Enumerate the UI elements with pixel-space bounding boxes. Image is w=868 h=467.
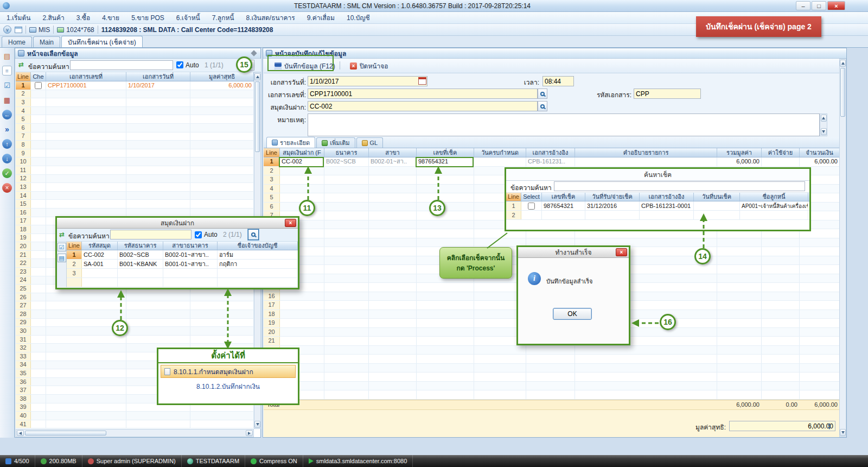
main-vertical-scrollbar[interactable]: [839, 59, 846, 437]
popup-search-button[interactable]: [248, 229, 259, 240]
table-row[interactable]: 27: [16, 301, 254, 310]
scroll-down-button[interactable]: [821, 128, 827, 135]
table-row[interactable]: 9: [16, 149, 254, 158]
table-row[interactable]: 1CC-002B002~SCBB002-01~สาขา..อาร์ม: [67, 250, 298, 260]
table-row[interactable]: 6: [16, 124, 254, 132]
ok-button[interactable]: OK: [553, 308, 592, 320]
tab-2[interactable]: Main: [33, 36, 60, 47]
row-checkbox[interactable]: [35, 82, 42, 89]
cheque-search-input[interactable]: [554, 181, 805, 191]
cancel-icon[interactable]: ×: [2, 183, 12, 193]
doc-no-input[interactable]: [308, 89, 538, 99]
table-row[interactable]: 2SA-001B001~KBANKB001-01~สาขา..กฤติกา: [67, 260, 298, 269]
search-input[interactable]: [70, 60, 173, 70]
table-row[interactable]: 40: [16, 412, 254, 420]
table-row[interactable]: [264, 390, 840, 400]
scroll-up-button[interactable]: [254, 73, 260, 80]
calendar-icon[interactable]: [418, 77, 426, 85]
table-row[interactable]: [264, 373, 840, 382]
up-icon[interactable]: ↑: [2, 139, 12, 149]
table-row[interactable]: 1CPP171000011/10/20176,000.00: [16, 81, 254, 90]
table-row[interactable]: 41: [16, 420, 254, 429]
menu-item[interactable]: 8.เงินสด/ธนาคาร: [246, 12, 295, 23]
table-row[interactable]: 198765432131/12/2016CPB-161231-0001AP001…: [506, 201, 809, 211]
scroll-thumb[interactable]: [840, 68, 845, 117]
book-lookup-button[interactable]: [538, 101, 547, 111]
menu-item[interactable]: 9.ค่าเสื่อม: [307, 12, 335, 23]
report-icon[interactable]: ▦: [2, 95, 12, 105]
close-button[interactable]: ×: [827, 1, 845, 10]
table-row[interactable]: 7: [16, 132, 254, 141]
menu-item[interactable]: 3.ซื้อ: [76, 12, 90, 23]
menu-item[interactable]: 5.ขาย POS: [131, 12, 164, 23]
customize-toolbar-button[interactable]: v: [3, 26, 11, 34]
mis-button[interactable]: MIS: [29, 26, 50, 34]
deposit-book-input[interactable]: [308, 101, 538, 111]
back-icon[interactable]: ←: [2, 110, 12, 119]
table-row[interactable]: [264, 364, 840, 373]
sync-icon[interactable]: ⇄: [18, 61, 24, 68]
table-row[interactable]: 12: [16, 175, 254, 184]
table-row[interactable]: 2: [506, 211, 809, 220]
menu-item[interactable]: 10.บัญชี: [347, 12, 370, 23]
paste-icon[interactable]: ▤: [2, 51, 12, 61]
spinner-icon[interactable]: [828, 423, 831, 430]
popup-search-input[interactable]: [110, 230, 192, 239]
menu-item[interactable]: 1.เริ่มต้น: [7, 12, 30, 23]
table-row[interactable]: 26: [16, 293, 254, 302]
left-auto-checkbox[interactable]: [176, 61, 183, 68]
table-row[interactable]: [264, 355, 840, 364]
left-horizontal-scrollbar[interactable]: [16, 429, 254, 437]
maximize-button[interactable]: □: [812, 1, 826, 10]
success-icon[interactable]: ✓: [2, 168, 12, 178]
popup-close-button[interactable]: ×: [285, 219, 296, 227]
table-row[interactable]: 2: [16, 90, 254, 99]
scroll-right-button[interactable]: [246, 430, 253, 436]
table-row[interactable]: 14: [16, 192, 254, 200]
table-row[interactable]: 4: [16, 107, 254, 116]
table-row[interactable]: 3: [67, 269, 298, 278]
settings-menu-item[interactable]: 8.10.1.2.บันทึกฝากเงิน: [161, 380, 296, 393]
remark-textarea[interactable]: [308, 113, 820, 136]
doc-date-input[interactable]: [308, 76, 427, 86]
table-row[interactable]: 28: [16, 310, 254, 319]
doc-code-input[interactable]: [634, 89, 701, 99]
table-row[interactable]: [67, 278, 298, 287]
forward-icon[interactable]: »: [2, 124, 12, 134]
select-cheque-checkbox[interactable]: [528, 203, 535, 210]
table-row[interactable]: 31: [16, 336, 254, 344]
table-row[interactable]: 22: [264, 346, 840, 355]
down-icon[interactable]: ↓: [2, 154, 12, 163]
close-screen-button[interactable]: × ปิดหน้าจอ: [345, 60, 393, 72]
table-row[interactable]: [264, 382, 840, 391]
popup-auto-checkbox[interactable]: [195, 231, 202, 238]
sync-icon[interactable]: ⇄: [59, 231, 65, 238]
menu-item[interactable]: 4.ขาย: [102, 12, 119, 23]
tab-3[interactable]: บันทึกเช็คผ่าน (เช็คจ่าย): [61, 36, 143, 47]
form-icon[interactable]: ▤: [58, 254, 66, 262]
scroll-up-button[interactable]: [840, 60, 846, 67]
table-row[interactable]: 5: [16, 115, 254, 124]
detail-tab-2[interactable]: เพิ่มเติม: [316, 137, 355, 148]
checklist-icon[interactable]: ☑: [2, 80, 12, 90]
menu-item[interactable]: 2.สินค้า: [42, 12, 64, 23]
table-row[interactable]: 10: [16, 157, 254, 166]
table-row[interactable]: 8: [16, 141, 254, 149]
table-row[interactable]: 13: [16, 183, 254, 192]
layout-icon[interactable]: [15, 27, 22, 33]
table-row[interactable]: 1CC-002B002~SCBB002-01~สา..987654321CPB-…: [264, 157, 840, 167]
document-icon[interactable]: ≡: [2, 66, 12, 75]
tab-1[interactable]: Home: [2, 36, 32, 47]
doc-no-lookup-button[interactable]: [538, 89, 547, 99]
time-input[interactable]: [542, 76, 574, 86]
pin-icon[interactable]: [251, 50, 257, 56]
menu-item[interactable]: 7.ลูกหนี้: [212, 12, 234, 23]
scroll-down-button[interactable]: [254, 421, 260, 428]
menu-item[interactable]: 6.เจ้าหนี้: [176, 12, 200, 23]
dialog-close-button[interactable]: ×: [616, 248, 627, 256]
detail-tab-3[interactable]: GL: [356, 137, 384, 148]
table-row[interactable]: 3: [16, 98, 254, 107]
settings-menu-item[interactable]: 8.10.1.1.กำหนดสมุดเงินฝาก: [161, 365, 296, 378]
minimize-button[interactable]: –: [796, 1, 810, 10]
scroll-thumb[interactable]: [255, 81, 260, 152]
